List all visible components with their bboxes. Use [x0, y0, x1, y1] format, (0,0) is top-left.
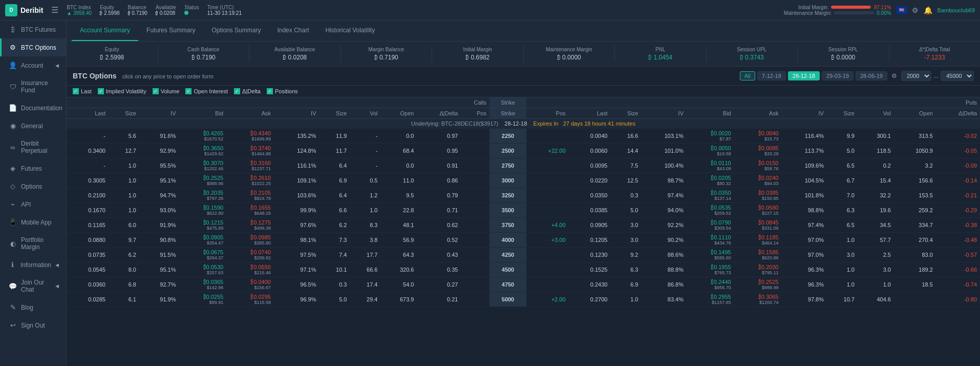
call-last[interactable]: 0.3005 [67, 173, 109, 188]
call-ask[interactable]: ₿0.4340$1699.89 [226, 129, 274, 144]
put-ask[interactable]: ₿0.0085$33.29 [734, 144, 782, 158]
put-bid[interactable]: ₿0.1110$434.76 [687, 233, 734, 248]
put-last[interactable]: 0.1205 [569, 233, 611, 248]
put-ask[interactable]: ₿0.2525$988.99 [734, 277, 782, 292]
tab-index-chart[interactable]: Index Chart [269, 21, 317, 41]
checkbox-positions[interactable]: Positions [267, 88, 298, 94]
put-bid[interactable]: ₿0.0350$137.14 [687, 188, 734, 203]
checkbox-open-interest[interactable]: Open Interest [185, 88, 228, 94]
put-last[interactable]: 0.2430 [569, 277, 611, 292]
call-last[interactable]: 0.0285 [67, 292, 109, 307]
call-bid[interactable]: ₿0.0675$264.37 [179, 248, 227, 262]
put-ask[interactable]: ₿0.2030$795.11 [734, 262, 782, 277]
call-ask[interactable]: ₿0.0985$385.80 [226, 233, 274, 248]
call-ask[interactable]: ₿0.3740$1464.88 [226, 144, 274, 158]
put-bid[interactable]: ₿0.0205$80.32 [687, 173, 734, 188]
user-name[interactable]: Bambouclub69 [938, 7, 975, 13]
put-last[interactable]: 0.1230 [569, 248, 611, 262]
put-last[interactable]: 0.0350 [569, 188, 611, 203]
checkbox-last[interactable]: Last [73, 88, 92, 94]
gear-icon[interactable]: ⚙ [912, 6, 919, 14]
call-last[interactable]: 0.3400 [67, 144, 109, 158]
put-ask[interactable]: ₿0.0040$15.73 [734, 129, 782, 144]
call-bid[interactable]: ₿0.2525$988.96 [179, 173, 227, 188]
put-ask[interactable]: ₿0.0150$58.76 [734, 158, 782, 173]
put-ask[interactable]: ₿0.0385$150.85 [734, 188, 782, 203]
call-bid[interactable]: ₿0.0365$142.96 [179, 277, 227, 292]
put-bid[interactable]: ₿0.0050$19.58 [687, 144, 734, 158]
filter-btn-all[interactable]: All [740, 71, 755, 80]
put-bid[interactable]: ₿0.2955$1157.65 [687, 292, 734, 307]
call-last[interactable]: 0.0545 [67, 262, 109, 277]
call-ask[interactable]: ₿0.0740$289.82 [226, 248, 274, 262]
checkbox-delta[interactable]: Δ|Delta [234, 88, 261, 94]
call-bid[interactable]: ₿0.0255$99.91 [179, 292, 227, 307]
call-last[interactable]: - [67, 129, 109, 144]
call-ask[interactable]: ₿0.0295$115.58 [226, 292, 274, 307]
put-bid[interactable]: ₿0.0535$209.52 [687, 203, 734, 218]
sidebar-item-sign-out[interactable]: ↩ Sign Out [0, 316, 66, 334]
put-last[interactable]: 0.0385 [569, 203, 611, 218]
sidebar-item-mobile-app[interactable]: 📱 Mobile App [0, 213, 66, 231]
put-ask[interactable]: ₿0.0580$227.15 [734, 203, 782, 218]
put-last[interactable]: 0.0220 [569, 173, 611, 188]
put-bid[interactable]: ₿0.1495$585.60 [687, 248, 734, 262]
sidebar-item-blog[interactable]: ✎ Blog [0, 298, 66, 316]
sidebar-item-join-chat[interactable]: 💬 Join Our Chat ◀ [0, 274, 66, 298]
filter-btn-7-12-18[interactable]: 7-12-18 [757, 71, 786, 80]
call-last[interactable]: 0.0360 [67, 277, 109, 292]
put-ask[interactable]: ₿0.0240$94.03 [734, 173, 782, 188]
put-bid[interactable]: ₿0.2440$955.70 [687, 277, 734, 292]
settings-icon[interactable]: ⚙ [891, 72, 897, 79]
filter-btn-28-06-19[interactable]: 28-06-19 [856, 71, 887, 80]
call-ask[interactable]: ₿0.1275$499.39 [226, 218, 274, 233]
put-bid[interactable]: ₿0.0790$309.54 [687, 218, 734, 233]
put-ask[interactable]: ₿0.0845$331.09 [734, 218, 782, 233]
put-last[interactable]: 0.0905 [569, 218, 611, 233]
strike-dropdown-upper[interactable]: 45000 [941, 71, 974, 81]
bell-icon[interactable]: 🔔 [924, 6, 932, 14]
put-ask[interactable]: ₿0.3065$1200.74 [734, 292, 782, 307]
sidebar-item-deribit-perpetual[interactable]: ∞ Deribit Perpetual [0, 135, 66, 159]
call-bid[interactable]: ₿0.0905$354.47 [179, 233, 227, 248]
call-ask[interactable]: ₿0.2610$1022.25 [226, 173, 274, 188]
put-last[interactable]: 0.0060 [569, 144, 611, 158]
put-last[interactable]: 0.1525 [569, 262, 611, 277]
filter-btn-29-03-19[interactable]: 29-03-19 [822, 71, 854, 80]
sidebar-item-btc-futures[interactable]: ₿ BTC Futures [0, 21, 66, 38]
strike-dropdown-lower[interactable]: 2000 [901, 71, 931, 81]
sidebar-item-documentation[interactable]: 📄 Documentation ▾ [0, 99, 66, 117]
call-ask[interactable]: ₿0.2105$824.78 [226, 188, 274, 203]
sidebar-item-options[interactable]: ◇ Options [0, 177, 66, 195]
put-ask[interactable]: ₿0.1185$464.14 [734, 233, 782, 248]
call-bid[interactable]: ₿0.2035$797.35 [179, 188, 227, 203]
call-ask[interactable]: ₿0.0550$215.46 [226, 262, 274, 277]
sidebar-item-account[interactable]: 👤 Account ◀ [0, 56, 66, 74]
call-bid[interactable]: ₿0.0530$207.63 [179, 262, 227, 277]
put-last[interactable]: 0.0040 [569, 129, 611, 144]
call-last[interactable]: 0.0735 [67, 248, 109, 262]
sidebar-item-btc-options[interactable]: ⚙ BTC Options [0, 38, 66, 56]
put-bid[interactable]: ₿0.0020$7.87 [687, 129, 734, 144]
call-ask[interactable]: ₿0.0400$156.67 [226, 277, 274, 292]
checkbox-implied-volatility[interactable]: Implied Volatility [98, 88, 146, 94]
put-bid[interactable]: ₿0.1955$765.73 [687, 262, 734, 277]
checkbox-volume[interactable]: Volume [153, 88, 180, 94]
put-last[interactable]: 0.2700 [569, 292, 611, 307]
sidebar-item-portfolio-margin[interactable]: ◐ Portfolio Margin [0, 231, 66, 256]
call-ask[interactable]: ₿0.3160$1237.71 [226, 158, 274, 173]
call-bid[interactable]: ₿0.1590$622.80 [179, 203, 227, 218]
sidebar-item-futures[interactable]: ◈ Futures [0, 159, 66, 177]
call-bid[interactable]: ₿0.4265$1670.52 [179, 129, 227, 144]
tab-options-summary[interactable]: Options Summary [203, 21, 269, 41]
filter-btn-28-12-18[interactable]: 28-12-18 [788, 71, 820, 80]
sidebar-item-api[interactable]: ⌁ API [0, 195, 66, 213]
tab-futures-summary[interactable]: Futures Summary [138, 21, 203, 41]
put-bid[interactable]: ₿0.0110$43.09 [687, 158, 734, 173]
call-bid[interactable]: ₿0.3650$1429.62 [179, 144, 227, 158]
call-ask[interactable]: ₿0.1655$648.26 [226, 203, 274, 218]
tab-historical-volatility[interactable]: Historical Volatility [317, 21, 383, 41]
call-last[interactable]: 0.0880 [67, 233, 109, 248]
put-last[interactable]: 0.0095 [569, 158, 611, 173]
call-bid[interactable]: ₿0.3070$1202.46 [179, 158, 227, 173]
